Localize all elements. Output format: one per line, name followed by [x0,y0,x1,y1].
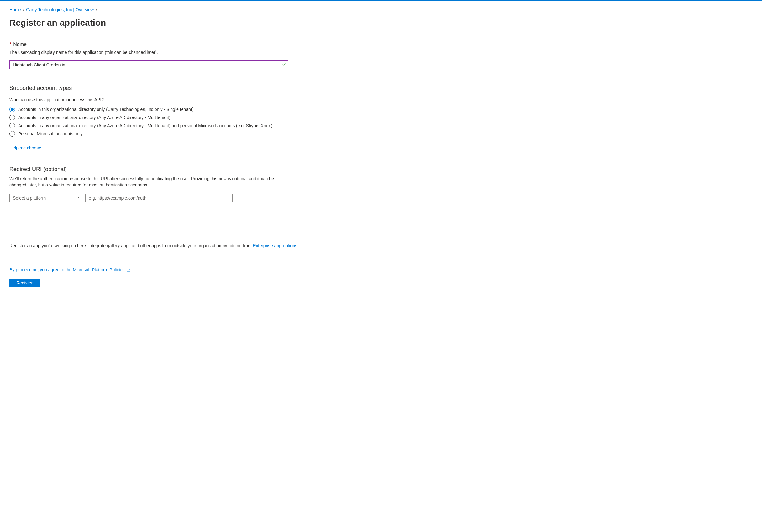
account-types-radio-group: Accounts in this organizational director… [9,106,753,137]
more-icon[interactable]: ··· [111,20,115,26]
footer-note-prefix: Register an app you're working on here. … [9,243,253,248]
redirect-uri-heading: Redirect URI (optional) [9,166,753,172]
radio-label: Personal Microsoft accounts only [18,131,82,136]
policy-link-text: By proceeding, you agree to the Microsof… [9,267,124,272]
radio-single-tenant[interactable]: Accounts in this organizational director… [9,106,753,112]
account-types-question: Who can use this application or access t… [9,97,753,102]
chevron-right-icon: › [23,8,24,12]
radio-personal-only[interactable]: Personal Microsoft accounts only [9,131,753,137]
radio-label: Accounts in any organizational directory… [18,115,171,120]
platform-select-value: Select a platform [13,195,46,201]
radio-icon [9,123,15,128]
radio-multitenant[interactable]: Accounts in any organizational directory… [9,115,753,120]
help-me-choose-link[interactable]: Help me choose... [9,145,45,150]
chevron-right-icon: › [96,8,97,12]
register-button[interactable]: Register [9,279,39,287]
radio-icon [9,106,15,112]
footer-note: Register an app you're working on here. … [9,243,753,248]
required-star-icon: * [9,42,11,47]
breadcrumb: Home › Carry Technologies, Inc | Overvie… [9,7,753,12]
redirect-uri-description: We'll return the authentication response… [9,176,285,188]
breadcrumb-home[interactable]: Home [9,7,21,12]
enterprise-applications-link[interactable]: Enterprise applications [253,243,297,248]
radio-multitenant-personal[interactable]: Accounts in any organizational directory… [9,123,753,128]
account-types-heading: Supported account types [9,85,753,92]
radio-label: Accounts in any organizational directory… [18,123,272,128]
external-link-icon [126,268,130,272]
name-label-text: Name [13,42,27,47]
app-name-input[interactable] [9,60,288,69]
page-title: Register an application [9,18,106,28]
platform-select[interactable]: Select a platform [9,194,82,202]
redirect-uri-input[interactable] [85,194,233,202]
radio-icon [9,115,15,120]
footer-note-suffix: . [297,243,299,248]
name-label: * Name [9,42,753,47]
radio-label: Accounts in this organizational director… [18,107,193,112]
platform-policies-link[interactable]: By proceeding, you agree to the Microsof… [9,267,130,272]
name-description: The user-facing display name for this ap… [9,50,753,55]
breadcrumb-org[interactable]: Carry Technologies, Inc | Overview [26,7,94,12]
radio-icon [9,131,15,137]
